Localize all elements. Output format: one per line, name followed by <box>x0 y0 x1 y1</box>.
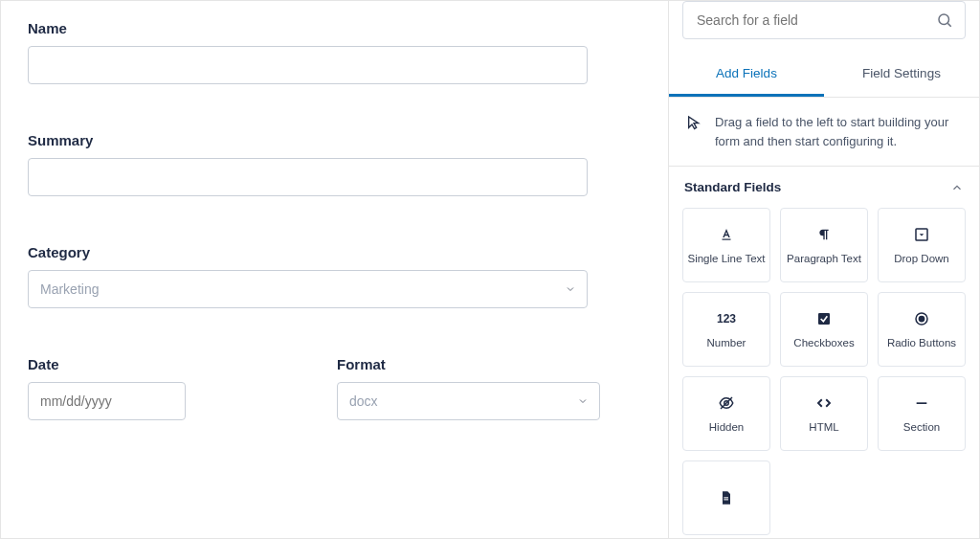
tile-dropdown[interactable]: Drop Down <box>878 208 966 282</box>
category-label: Category <box>28 244 639 260</box>
code-icon <box>815 394 833 412</box>
field-category: Category Marketing <box>28 244 639 308</box>
date-label: Date <box>28 356 186 372</box>
standard-fields-header[interactable]: Standard Fields <box>669 167 979 204</box>
format-label: Format <box>337 356 600 372</box>
name-input[interactable] <box>28 46 588 84</box>
tile-paragraph-text[interactable]: Paragraph Text <box>780 208 868 282</box>
drag-hint: Drag a field to the left to start buildi… <box>669 98 979 167</box>
sidebar-tabs: Add Fields Field Settings <box>669 53 979 98</box>
page-icon <box>719 489 734 506</box>
tile-section[interactable]: Section <box>878 376 966 451</box>
svg-point-0 <box>939 14 949 25</box>
category-select[interactable]: Marketing <box>28 270 588 308</box>
app-container: Name Summary Category Marketing Date <box>0 0 980 539</box>
tile-page[interactable] <box>682 460 770 535</box>
field-date: Date <box>28 356 186 420</box>
date-format-row: Date Format docx <box>28 356 639 420</box>
field-format: Format docx <box>337 356 600 420</box>
tile-html[interactable]: HTML <box>780 376 868 451</box>
field-name: Name <box>28 20 639 84</box>
standard-fields-title: Standard Fields <box>684 180 781 194</box>
number-icon: 123 <box>717 310 736 327</box>
field-tiles-grid: Single Line Text Paragraph Text Drop Dow… <box>669 204 979 539</box>
svg-rect-4 <box>818 313 830 325</box>
search-input[interactable] <box>683 12 936 28</box>
dropdown-icon <box>913 226 930 243</box>
format-select[interactable]: docx <box>337 382 600 420</box>
checkbox-icon <box>816 310 832 327</box>
section-icon <box>914 394 929 412</box>
search-container <box>669 1 979 53</box>
svg-rect-9 <box>917 402 927 404</box>
text-icon <box>718 226 735 243</box>
sidebar: Add Fields Field Settings Drag a field t… <box>668 1 979 538</box>
chevron-up-icon <box>950 181 964 194</box>
search-box <box>682 1 966 39</box>
svg-rect-10 <box>724 497 728 498</box>
tile-number[interactable]: 123 Number <box>682 292 770 367</box>
paragraph-icon <box>816 226 832 243</box>
tile-hidden[interactable]: Hidden <box>682 376 770 451</box>
svg-rect-11 <box>724 499 728 500</box>
field-summary: Summary <box>28 132 639 196</box>
summary-input[interactable] <box>28 158 588 196</box>
search-icon <box>936 11 965 29</box>
hidden-icon <box>718 394 735 412</box>
name-label: Name <box>28 20 639 36</box>
summary-label: Summary <box>28 132 639 148</box>
date-input[interactable] <box>28 382 186 420</box>
tile-checkboxes[interactable]: Checkboxes <box>780 292 868 367</box>
form-canvas: Name Summary Category Marketing Date <box>1 1 668 538</box>
tile-single-line-text[interactable]: Single Line Text <box>682 208 770 282</box>
cursor-icon <box>686 115 702 130</box>
tab-add-fields[interactable]: Add Fields <box>669 53 824 97</box>
svg-point-6 <box>919 316 924 321</box>
svg-rect-2 <box>723 239 731 240</box>
svg-line-1 <box>947 23 950 26</box>
radio-icon <box>913 310 930 327</box>
hint-text: Drag a field to the left to start buildi… <box>715 113 962 150</box>
tile-radio-buttons[interactable]: Radio Buttons <box>878 292 966 367</box>
tab-field-settings[interactable]: Field Settings <box>824 53 979 97</box>
